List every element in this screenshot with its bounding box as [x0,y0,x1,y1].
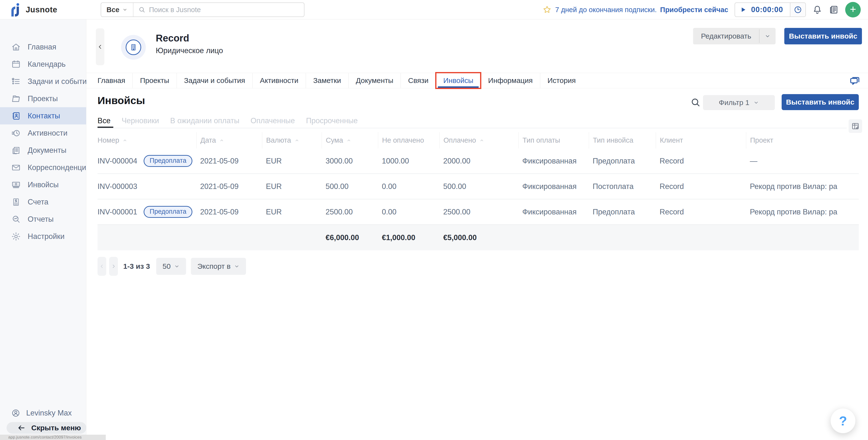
timer-history-button[interactable] [790,3,805,17]
issue-invoice-button[interactable]: Выставить инвойс [782,94,859,110]
status-tab-pending[interactable]: В ожидании оплаты [170,117,240,128]
invoices-icon [11,180,21,190]
notifications-bell-icon[interactable] [812,5,823,15]
timer-play-button[interactable] [735,3,751,17]
contact-avatar-ring [126,39,141,55]
calendar-icon [11,59,21,69]
column-header[interactable]: Номер [97,132,196,149]
status-tab-drafts[interactable]: Черновики [122,117,159,128]
export-label: Экспорт в [197,262,230,271]
user-menu[interactable]: Levinsky Max [11,408,72,418]
column-header[interactable]: Не оплачено [378,132,439,149]
comments-chat-icon[interactable] [849,75,860,86]
sidebar-item-projects[interactable]: Проекты [0,90,86,107]
chevron-down-icon [765,33,771,39]
cell-project[interactable]: Рекорд против Вилар: ра [746,182,859,191]
bills-icon [11,197,21,207]
record-tab-tasks[interactable]: Задачи и события [177,73,252,88]
cell-client[interactable]: Record [656,208,746,216]
sidebar-item-documents[interactable]: Документы [0,142,86,159]
column-header[interactable]: Сума [322,132,378,149]
record-tab-notes[interactable]: Заметки [306,73,348,88]
export-dropdown[interactable]: Экспорт в [191,258,246,275]
cell-unpaid: 0.00 [378,208,439,216]
time-tracker-widget: 00:00:00 [735,2,806,17]
cell-project[interactable]: — [746,157,859,165]
sidebar-item-bills[interactable]: Счета [0,193,86,211]
jusnote-logo-icon [10,3,21,17]
projects-icon [11,94,21,103]
status-tab-all[interactable]: Все [97,117,111,128]
sidebar-item-reports[interactable]: Отчеты [0,211,86,228]
invoice-number-link[interactable]: INV-000004 [97,157,137,165]
sidebar-item-home[interactable]: Главная [0,38,86,56]
edit-dropdown-button[interactable] [760,28,776,44]
topbar-right: 7 дней до окончания подписки. Приобрести… [542,0,861,20]
invoice-number-link[interactable]: INV-000003 [97,182,137,191]
purchase-now-link[interactable]: Приобрести сейчас [660,6,728,14]
record-tab-documents[interactable]: Документы [348,73,401,88]
record-tab-invoices[interactable]: Инвойсы [436,73,480,88]
jusnote-logo-text: Jusnote [26,5,57,14]
cell-client[interactable]: Record [656,182,746,191]
invoice-row-INV-000003[interactable]: INV-000003 2021-05-09 EUR 500.00 0.00 50… [97,174,859,199]
collapse-panel-button[interactable] [96,28,104,65]
news-feed-icon[interactable] [829,5,839,15]
edit-columns-button[interactable] [848,119,862,133]
record-tab-info[interactable]: Информация [480,73,540,88]
previous-page-button[interactable] [97,257,106,276]
help-button[interactable]: ? [831,408,856,433]
invoice-number-link[interactable]: INV-000001 [97,208,137,216]
chevron-left-icon [99,264,104,269]
invoice-row-INV-000004[interactable]: INV-000004 Предоплата 2021-05-09 EUR 300… [97,149,859,174]
column-header[interactable]: Проект [746,132,859,149]
record-tab-history[interactable]: История [540,73,583,88]
record-tab-relations[interactable]: Связи [401,73,436,88]
invoice-row-INV-000001[interactable]: INV-000001 Предоплата 2021-05-09 EUR 250… [97,199,859,225]
sidebar-item-activities[interactable]: Активности [0,124,86,142]
status-tab-paid[interactable]: Оплаченные [251,117,295,128]
column-header[interactable]: Валюта [262,132,322,149]
cell-project[interactable]: Рекорд против Вилар: ра [746,208,859,216]
issue-invoice-button-header[interactable]: Выставить инвойс [784,28,862,44]
cell-number: INV-000003 [97,182,196,191]
column-header[interactable]: Тип инвойса [589,132,656,149]
sidebar-item-correspondence[interactable]: Корреспонденция [0,159,86,176]
global-search: Все [101,2,305,17]
search-scope-dropdown[interactable]: Все [101,3,133,17]
chevron-down-icon [122,7,128,12]
edit-button[interactable]: Редактировать [693,28,759,44]
cell-paid: 2000.00 [439,157,519,165]
hide-menu-button[interactable]: Скрыть меню [6,422,86,434]
page-size-dropdown[interactable]: 50 [156,258,186,275]
cell-invoice-type: Постоплата [589,182,656,191]
column-header[interactable]: Тип оплаты [519,132,589,149]
table-search-icon[interactable] [690,97,701,108]
sidebar-item-calendar[interactable]: Календарь [0,56,86,73]
sort-ascending-icon [346,138,351,143]
sidebar-item-invoices[interactable]: Инвойсы [0,176,86,193]
pagination-range: 1-3 из 3 [123,262,150,271]
cell-client[interactable]: Record [656,157,746,165]
user-name: Levinsky Max [26,409,72,417]
sidebar-item-label: Главная [28,43,56,52]
record-tab-activities[interactable]: Активности [252,73,306,88]
column-header[interactable]: Клиент [656,132,746,149]
sidebar-item-tasks[interactable]: Задачи и события [0,73,86,90]
quick-add-button[interactable]: + [845,2,861,18]
column-header-label: Валюта [266,136,291,144]
record-tab-main[interactable]: Главная [86,73,132,88]
jusnote-logo[interactable]: Jusnote [10,3,57,17]
sidebar-item-settings[interactable]: Настройки [0,228,86,245]
status-tab-overdue[interactable]: Просроченные [306,117,358,128]
next-page-button[interactable] [109,257,118,276]
filter-button[interactable]: Фильтр 1 [703,95,775,110]
app-root: Jusnote Все 7 дней до окончания подписки… [0,0,868,440]
record-tab-projects[interactable]: Проекты [132,73,176,88]
sidebar-item-contacts[interactable]: Контакты [0,107,86,124]
column-header[interactable]: Дата [196,132,262,149]
column-header[interactable]: Оплачено [439,132,519,149]
cell-currency: EUR [262,157,322,165]
cell-date: 2021-05-09 [196,208,262,216]
search-input[interactable] [149,6,304,14]
